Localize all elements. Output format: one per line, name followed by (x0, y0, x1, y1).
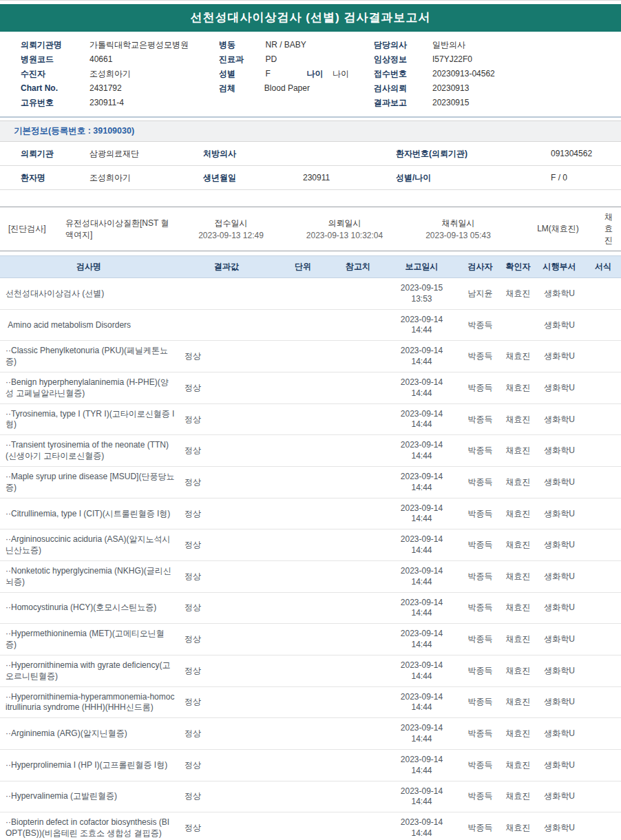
cell-unit (275, 529, 330, 561)
cell-test-name: ··Hypervalinemia (고발린혈증) (0, 781, 178, 812)
cell-format (585, 624, 621, 655)
cell-reference (330, 592, 386, 624)
cell-confirmer: 채효진 (503, 655, 534, 686)
cell-tester: 박종득 (458, 749, 503, 781)
diagnosis-confirmer: 채효진 (601, 211, 621, 246)
basic-info-section-title: 기본정보(등록번호 : 39109030) (0, 120, 621, 142)
cell-format (585, 812, 621, 840)
cell-result-value (178, 309, 275, 341)
basic-info-value: F / 0 (551, 173, 621, 182)
cell-test-name: ··Hyperprolinemia I (HP I)(고프롤린혈증 I형) (0, 749, 178, 781)
column-header-result: 결과값 (178, 256, 275, 278)
cell-test-name: ··Hyperornithinemia with gyrate deficien… (0, 655, 178, 686)
basic-info-value: 230911 (303, 173, 396, 182)
info-row: 병동 NR / BABY (219, 38, 374, 52)
table-row: ··Hypervalinemia (고발린혈증) 정상 2023-09-14 1… (0, 781, 621, 812)
cell-result-value: 정상 (178, 466, 275, 498)
cell-format (585, 278, 621, 310)
table-row: ··Argininemia (ARG)(알지닌혈증) 정상 2023-09-14… (0, 718, 621, 750)
cell-unit (275, 686, 330, 718)
collect-time: 2023-09-13 05:43 (401, 231, 515, 240)
cell-report-datetime: 2023-09-14 14:44 (386, 309, 458, 341)
cell-unit (275, 403, 330, 435)
cell-result-value: 정상 (178, 781, 275, 812)
cell-test-name: ··Tyrosinemia, type I (TYR I)(고타이로신혈증 I형… (0, 403, 178, 435)
cell-result-value: 정상 (178, 624, 275, 655)
cell-report-datetime: 2023-09-15 13:53 (386, 278, 458, 310)
collect-label: 채취일시 (401, 218, 515, 229)
cell-report-datetime: 2023-09-14 14:44 (386, 403, 458, 435)
info-label: 검체 (219, 81, 264, 96)
cell-department: 생화학U (534, 624, 585, 655)
cell-report-datetime: 2023-09-14 14:44 (386, 624, 458, 655)
cell-test-name: ··Classic Phenylketonuria (PKU)(페닐케톤뇨증) (0, 341, 178, 372)
cell-test-name: ··Transient tyrosinemia of the neonate (… (0, 435, 178, 467)
cell-tester: 박종득 (458, 372, 503, 403)
info-value: 230911-4 (90, 96, 124, 110)
cell-test-name: ··Homocystinuria (HCY)(호모시스틴뇨증) (0, 592, 178, 624)
cell-result-value: 정상 (178, 718, 275, 750)
info-value: 20230915 (432, 96, 469, 110)
cell-report-datetime: 2023-09-14 14:44 (386, 372, 458, 403)
cell-confirmer: 채효진 (503, 278, 534, 310)
info-value: Blood Paper (264, 81, 308, 96)
cell-confirmer (503, 309, 534, 341)
cell-tester: 박종득 (458, 466, 503, 498)
info-row: 접수번호 20230913-04562 (374, 67, 608, 81)
column-header-format: 서식 (585, 256, 621, 278)
cell-unit (275, 498, 330, 529)
info-row: 임상정보 I57YJ22F0 (374, 52, 608, 67)
info-label: 병동 (219, 38, 266, 52)
cell-department: 생화학U (534, 592, 585, 624)
cell-confirmer: 채효진 (503, 529, 534, 561)
cell-report-datetime: 2023-09-14 14:44 (386, 560, 458, 592)
info-row: 성별 F 나이 나이 (219, 67, 374, 81)
cell-test-name: ··Citrullinemia, type I (CIT)(시트룰린혈증 I형) (0, 498, 178, 529)
info-value-extra: 나이 (333, 67, 374, 81)
cell-result-value: 정상 (178, 686, 275, 718)
table-row: ··Hypermethioninemia (MET)(고메티오닌혈증) 정상 2… (0, 624, 621, 655)
cell-unit (275, 435, 330, 467)
header-info-col-middle: 병동 NR / BABY 진료과 PD 성별 F 나이 나이 검체 Blood … (219, 38, 374, 110)
cell-report-datetime: 2023-09-14 14:44 (386, 341, 458, 372)
info-row: 병원코드 40661 (21, 52, 219, 67)
cell-reference (330, 781, 386, 812)
info-value-extra (333, 52, 374, 67)
info-label-extra: 나이 (307, 67, 333, 81)
cell-reference (330, 655, 386, 686)
cell-reference (330, 560, 386, 592)
cell-confirmer: 채효진 (503, 341, 534, 372)
cell-unit (275, 309, 330, 341)
cell-format (585, 686, 621, 718)
receipt-datetime: 접수일시 2023-09-13 12:49 (174, 218, 288, 240)
cell-department: 생화학U (534, 686, 585, 718)
cell-department: 생화학U (534, 341, 585, 372)
basic-info-label: 성별/나이 (396, 173, 551, 182)
cell-department: 생화학U (534, 781, 585, 812)
cell-unit (275, 278, 330, 310)
cell-unit (275, 655, 330, 686)
cell-reference (330, 466, 386, 498)
cell-report-datetime: 2023-09-14 14:44 (386, 498, 458, 529)
basic-info-label: 환자명 (21, 173, 90, 182)
table-row: ··Transient tyrosinemia of the neonate (… (0, 435, 621, 467)
header-info-col-left: 의뢰기관명 가톨릭대학교은평성모병원 병원코드 40661 수진자 조성희아기 … (21, 38, 219, 110)
column-header-confirmer: 확인자 (503, 256, 534, 278)
cell-test-name: ··Argininosuccinic aciduria (ASA)(알지노석시닌… (0, 529, 178, 561)
cell-format (585, 341, 621, 372)
diagnosis-section: [진단검사] 유전성대사이상질환[NST 혈액여지] 접수일시 2023-09-… (0, 207, 621, 251)
cell-report-datetime: 2023-09-14 14:44 (386, 655, 458, 686)
cell-unit (275, 560, 330, 592)
cell-department: 생화학U (534, 435, 585, 467)
cell-result-value: 정상 (178, 435, 275, 467)
cell-confirmer: 채효진 (503, 498, 534, 529)
info-value: I57YJ22F0 (432, 52, 472, 67)
cell-result-value: 정상 (178, 498, 275, 529)
table-row: ··Nonketotic hyperglycinemia (NKHG)(글리신뇌… (0, 560, 621, 592)
info-label: 병원코드 (21, 52, 90, 67)
cell-test-name: ··Nonketotic hyperglycinemia (NKHG)(글리신뇌… (0, 560, 178, 592)
cell-result-value: 정상 (178, 560, 275, 592)
receipt-time: 2023-09-13 12:49 (174, 231, 288, 240)
cell-reference (330, 403, 386, 435)
info-value-extra (333, 38, 374, 52)
